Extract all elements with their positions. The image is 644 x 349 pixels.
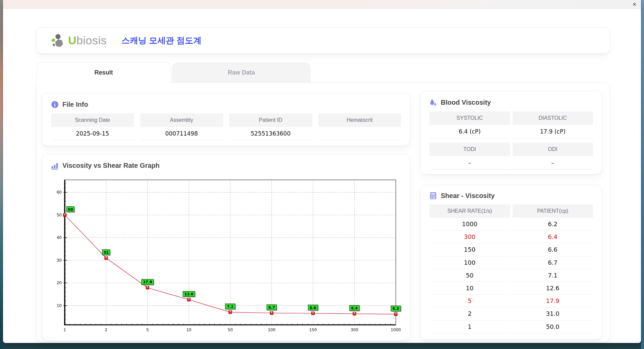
table-cell-shear: 50 xyxy=(429,269,510,282)
svg-text:31: 31 xyxy=(104,250,109,255)
table-cell-patient: 6.7 xyxy=(513,256,593,269)
svg-text:7.1: 7.1 xyxy=(227,304,234,309)
ubiosis-logo: Ubiosis xyxy=(51,33,107,48)
tab-seam xyxy=(37,82,170,83)
svg-text:12.6: 12.6 xyxy=(184,292,194,296)
hexagon-logo-icon xyxy=(51,33,66,48)
shear-viscosity-title: Shear - Viscosity xyxy=(441,192,495,200)
table-cell-patient: 12.6 xyxy=(513,282,593,295)
desktop-wallpaper-right xyxy=(641,0,644,349)
page-title: 스캐닝 모세관 점도계 xyxy=(121,35,202,46)
svg-text:5: 5 xyxy=(146,328,149,332)
table-cell-patient: 7.1 xyxy=(513,269,593,282)
table-cell-shear: 1 xyxy=(429,320,510,333)
svg-text:40: 40 xyxy=(57,235,62,240)
systolic-value: 6.4 (cP) xyxy=(429,125,510,138)
todi-label: TODI xyxy=(429,143,510,156)
svg-text:6.4: 6.4 xyxy=(351,306,358,310)
svg-text:30: 30 xyxy=(57,258,62,263)
file-info-title: File Info xyxy=(62,101,88,108)
tab-raw-data[interactable]: Raw Data xyxy=(172,63,310,82)
patient-id-value: 52551363600 xyxy=(229,127,312,140)
table-cell-shear: 150 xyxy=(429,243,510,256)
window-titlebar: × xyxy=(3,0,641,9)
table-cell-patient: 17.9 xyxy=(513,295,593,307)
info-icon xyxy=(51,101,59,108)
table-cell-shear: 5 xyxy=(429,295,510,307)
diastolic-label: DIASTOLIC xyxy=(513,111,593,125)
calculator-icon xyxy=(429,192,437,200)
svg-text:100: 100 xyxy=(268,328,275,332)
table-cell-shear: 100 xyxy=(429,256,510,269)
svg-text:50: 50 xyxy=(68,207,73,212)
odi-label: ODI xyxy=(513,143,593,156)
svg-text:60: 60 xyxy=(57,190,62,195)
todi-value: – xyxy=(429,156,510,169)
table-cell-shear: 2 xyxy=(429,307,510,320)
table-cell-patient: 6.4 xyxy=(513,231,593,243)
svg-text:6.7: 6.7 xyxy=(268,305,275,310)
shear-rate-header: SHEAR RATE(1/s) xyxy=(429,204,510,218)
viscosity-chart-svg: 503117.912.67.16.76.66.46.21020304050601… xyxy=(53,176,402,336)
graph-title: Viscosity vs Shear Rate Graph xyxy=(62,162,160,169)
scanning-date-value: 2025-09-15 xyxy=(51,127,134,140)
table-cell-shear: 10 xyxy=(429,282,510,295)
desktop-wallpaper-left xyxy=(0,0,3,349)
file-info-label: Patient ID xyxy=(229,113,312,127)
file-info-card: File Info Scanning Date Assembly Patient… xyxy=(42,93,410,146)
logo-letter-u: U xyxy=(68,34,76,47)
svg-text:2: 2 xyxy=(105,328,108,332)
diastolic-value: 17.9 (cP) xyxy=(513,125,593,138)
table-cell-patient: 50.0 xyxy=(513,320,593,333)
svg-text:10: 10 xyxy=(57,303,62,308)
table-cell-shear: 1000 xyxy=(429,218,510,231)
file-info-label: Hematocrit xyxy=(318,113,401,127)
svg-text:17.9: 17.9 xyxy=(143,280,152,284)
svg-text:20: 20 xyxy=(57,281,62,285)
svg-text:6.6: 6.6 xyxy=(310,306,317,310)
tab-result[interactable]: Result xyxy=(36,62,171,83)
systolic-label: SYSTOLIC xyxy=(429,111,510,125)
viscosity-graph-card: Viscosity vs Shear Rate Graph 503117.912… xyxy=(42,154,410,341)
table-cell-patient: 6.6 xyxy=(513,243,593,256)
svg-text:50: 50 xyxy=(57,213,62,217)
shear-viscosity-card: Shear - Viscosity SHEAR RATE(1/s) PATIEN… xyxy=(420,185,602,340)
droplets-icon xyxy=(429,99,437,106)
table-cell-shear: 300 xyxy=(429,231,510,243)
svg-text:6.2: 6.2 xyxy=(392,306,399,311)
odi-value: – xyxy=(513,156,593,169)
blood-viscosity-card: Blood Viscosity SYSTOLIC DIASTOLIC 6.4 (… xyxy=(420,91,602,174)
file-info-label: Assembly xyxy=(140,113,223,127)
svg-text:300: 300 xyxy=(351,328,358,332)
close-icon[interactable]: × xyxy=(633,0,636,8)
logo-text: Ubiosis xyxy=(68,34,107,47)
table-cell-patient: 6.2 xyxy=(513,218,593,231)
blood-viscosity-title: Blood Viscosity xyxy=(441,99,491,106)
bar-chart-icon xyxy=(51,162,59,169)
patient-header: PATIENT(cp) xyxy=(513,204,593,218)
hematocrit-value xyxy=(318,127,401,140)
header-card: Ubiosis 스캐닝 모세관 점도계 xyxy=(36,27,610,54)
file-info-label: Scanning Date xyxy=(51,113,134,127)
svg-text:1000: 1000 xyxy=(391,328,401,332)
svg-text:50: 50 xyxy=(228,328,233,332)
assembly-value: 000711498 xyxy=(140,127,223,140)
svg-text:1: 1 xyxy=(63,328,66,332)
svg-text:150: 150 xyxy=(309,328,317,332)
logo-rest: biosis xyxy=(76,34,107,47)
table-cell-patient: 31.0 xyxy=(513,307,593,320)
svg-text:10: 10 xyxy=(186,328,191,332)
